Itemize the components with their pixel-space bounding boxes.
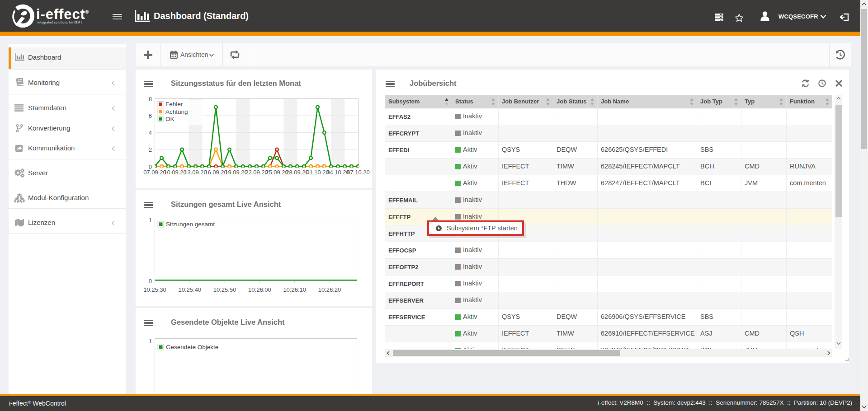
svg-text:Achtung: Achtung — [165, 108, 188, 115]
svg-text:OK: OK — [165, 116, 175, 122]
svg-text:Fehler: Fehler — [165, 101, 183, 107]
svg-text:Sitzungen gesamt: Sitzungen gesamt — [166, 221, 215, 228]
svg-text:Gesendete Objekte: Gesendete Objekte — [166, 344, 218, 350]
